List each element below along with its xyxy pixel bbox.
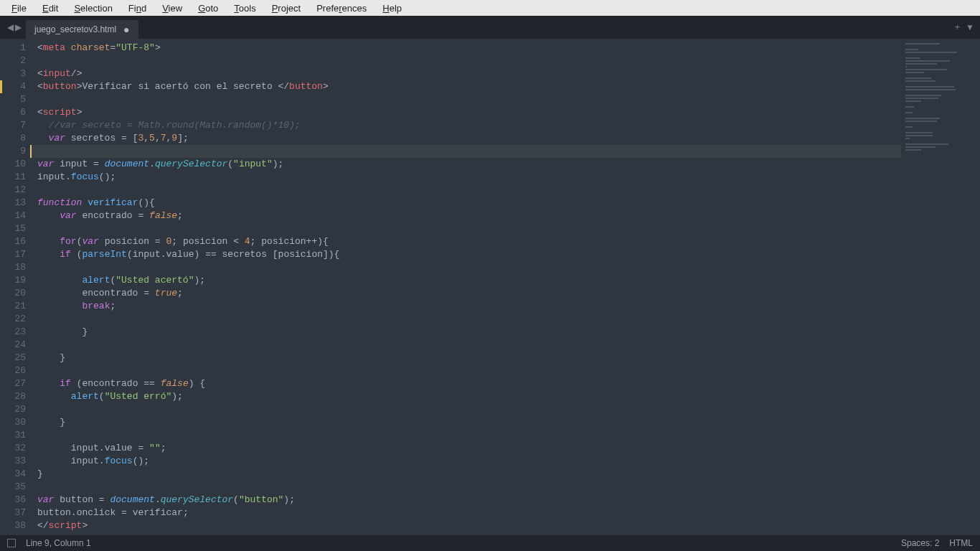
code-line[interactable]: for(var posicion = 0; posicion < 4; posi…	[32, 235, 901, 248]
line-number: 13	[0, 197, 26, 209]
code-line[interactable]: }	[32, 416, 901, 429]
minimap-line	[905, 60, 950, 62]
nav-forward-icon[interactable]: ▶	[15, 22, 22, 32]
menu-item-preferences[interactable]: Preferences	[309, 1, 374, 15]
minimap-line	[905, 132, 933, 133]
line-number: 5	[0, 93, 26, 106]
tab-active[interactable]: juego_secretov3.html ●	[26, 20, 138, 39]
code-line[interactable]	[32, 364, 901, 377]
code-line[interactable]: function verificar(){	[32, 197, 901, 209]
code-line[interactable]: }	[32, 326, 901, 339]
menu-item-project[interactable]: Project	[265, 1, 308, 15]
minimap-line	[905, 98, 938, 99]
code-line[interactable]: var encotrado = false;	[32, 209, 901, 222]
line-number-gutter: 1234567891011121314151617181920212223242…	[0, 39, 32, 535]
line-number: 32	[0, 442, 26, 455]
minimap-line	[905, 95, 941, 96]
line-number: 1	[0, 42, 26, 55]
code-line[interactable]: var button = document.querySelector("but…	[32, 494, 901, 507]
code-line[interactable]	[32, 261, 901, 274]
line-number: 4	[0, 80, 26, 93]
code-line[interactable]: //var secreto = Math.round(Math.random()…	[32, 119, 901, 132]
panel-switch-icon[interactable]	[7, 539, 16, 547]
line-number: 35	[0, 481, 26, 494]
code-line[interactable]	[32, 184, 901, 197]
code-line[interactable]: if (encontrado == false) {	[32, 377, 901, 390]
line-number: 38	[0, 519, 26, 532]
line-number: 29	[0, 403, 26, 416]
tab-dropdown-icon[interactable]: ▼	[966, 22, 974, 32]
minimap-line	[905, 121, 937, 122]
code-line[interactable]	[32, 429, 901, 442]
line-number: 10	[0, 158, 26, 171]
line-number: 36	[0, 494, 26, 507]
code-line[interactable]	[32, 93, 901, 106]
minimap-line	[905, 89, 956, 90]
line-number: 8	[0, 132, 26, 145]
code-line[interactable]: if (parseInt(input.value) == secretos [p…	[32, 248, 901, 261]
code-line[interactable]: alert("Usted erró");	[32, 390, 901, 403]
code-line[interactable]	[32, 55, 901, 67]
code-area[interactable]: <meta charset="UTF-8"><input/><button>Ve…	[32, 39, 901, 535]
line-number: 21	[0, 300, 26, 313]
line-number: 25	[0, 352, 26, 364]
code-line[interactable]: }	[32, 352, 901, 364]
menu-item-edit[interactable]: Edit	[35, 1, 65, 15]
code-line[interactable]: <meta charset="UTF-8">	[32, 42, 901, 55]
line-number: 6	[0, 106, 26, 119]
menu-item-tools[interactable]: Tools	[227, 1, 263, 15]
menu-item-selection[interactable]: Selection	[67, 1, 119, 15]
code-line[interactable]: button.onclick = verificar;	[32, 507, 901, 519]
menu-item-goto[interactable]: Goto	[191, 1, 225, 15]
status-indent[interactable]: Spaces: 2	[901, 538, 939, 548]
new-tab-icon[interactable]: +	[955, 22, 960, 32]
status-cursor-position[interactable]: Line 9, Column 1	[26, 538, 91, 548]
minimap-line	[905, 86, 954, 88]
code-line[interactable]: <script>	[32, 106, 901, 119]
code-line[interactable]	[32, 222, 901, 235]
code-line[interactable]: alert("Usted acertó");	[32, 274, 901, 287]
line-number: 23	[0, 326, 26, 339]
code-line[interactable]: var input = document.querySelector("inpu…	[32, 158, 901, 171]
code-line[interactable]: input.focus();	[32, 455, 901, 468]
line-number: 34	[0, 468, 26, 481]
minimap-line	[905, 146, 936, 148]
minimap-line	[905, 138, 910, 139]
line-number: 11	[0, 171, 26, 184]
code-line[interactable]: break;	[32, 300, 901, 313]
code-line[interactable]	[32, 313, 901, 326]
minimap-line	[905, 149, 921, 151]
code-line[interactable]	[32, 403, 901, 416]
line-number: 22	[0, 313, 26, 326]
code-line[interactable]: input.value = "";	[32, 442, 901, 455]
line-number: 7	[0, 119, 26, 132]
code-line[interactable]: encontrado = true;	[32, 287, 901, 300]
minimap-line	[905, 77, 931, 79]
code-line[interactable]: <input/>	[32, 67, 901, 80]
minimap-line	[905, 106, 914, 108]
code-line[interactable]	[32, 339, 901, 352]
status-syntax[interactable]: HTML	[949, 538, 973, 548]
line-number: 28	[0, 390, 26, 403]
nav-arrows: ◀ ▶	[3, 22, 26, 32]
minimap-line	[905, 118, 940, 119]
nav-back-icon[interactable]: ◀	[7, 22, 14, 32]
code-line[interactable]: <button>Verificar si acertó con el secre…	[32, 80, 901, 93]
code-line[interactable]: </script>	[32, 519, 901, 532]
menu-item-find[interactable]: Find	[121, 1, 154, 15]
code-line[interactable]: }	[32, 468, 901, 481]
minimap-line	[905, 69, 947, 70]
code-line[interactable]: input.focus();	[32, 171, 901, 184]
line-number: 14	[0, 209, 26, 222]
menu-item-help[interactable]: Help	[375, 1, 409, 15]
code-line[interactable]: var secretos = [3,5,7,9];	[32, 132, 901, 145]
menu-item-view[interactable]: View	[155, 1, 189, 15]
menu-bar: FileEditSelectionFindViewGotoToolsProjec…	[0, 0, 980, 16]
status-bar: Line 9, Column 1 Spaces: 2 HTML	[0, 535, 980, 551]
tab-controls: + ▼	[955, 22, 974, 32]
minimap-line	[905, 49, 918, 50]
code-line[interactable]	[32, 145, 901, 158]
code-line[interactable]	[32, 481, 901, 494]
minimap[interactable]	[901, 39, 980, 535]
menu-item-file[interactable]: File	[4, 1, 34, 15]
